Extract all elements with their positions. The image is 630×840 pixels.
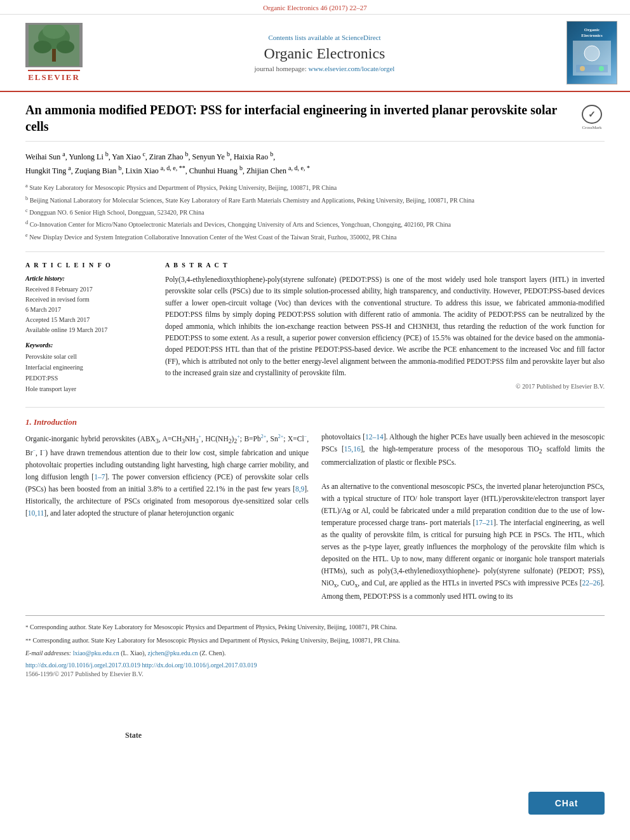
intro-heading: 1. Introduction bbox=[25, 417, 309, 427]
affiliation-e: e New Display Device and System Integrat… bbox=[25, 232, 605, 242]
abstract-column: A B S T R A C T Poly(3,4-ethylenedioxyth… bbox=[165, 262, 605, 394]
email-addresses: E-mail addresses: lxiao@pku.edu.cn (L. X… bbox=[25, 650, 605, 657]
intro-right-text: photovoltaics [12–14]. Although the high… bbox=[321, 431, 605, 603]
svg-point-10 bbox=[599, 66, 604, 71]
svg-point-7 bbox=[584, 46, 600, 61]
author-zuqiang: Zuqiang Bian b bbox=[75, 166, 122, 175]
affiliation-c: c Dongguan NO. 6 Senior High School, Don… bbox=[25, 207, 605, 217]
keyword-3: PEDOT:PSS bbox=[25, 373, 152, 383]
author-haixia: Haixia Rao b bbox=[234, 152, 273, 161]
affiliation-a: a State Key Laboratory for Mesoscopic Ph… bbox=[25, 182, 605, 192]
keywords-list: Perovskite solar cell Interfacial engine… bbox=[25, 351, 152, 394]
issn-line: 1566-1199/© 2017 Published by Elsevier B… bbox=[25, 670, 605, 677]
affiliation-b: b Beijing National Laboratory for Molecu… bbox=[25, 195, 605, 205]
copyright-line: © 2017 Published by Elsevier B.V. bbox=[165, 383, 605, 390]
keyword-2: Interfacial engineering bbox=[25, 362, 152, 373]
keyword-1: Perovskite solar cell bbox=[25, 351, 152, 362]
article-title: An ammonia modified PEDOT: PSS for inter… bbox=[25, 102, 570, 135]
affiliation-d: d Co-Innovation Center for Micro/Nano Op… bbox=[25, 219, 605, 229]
elsevier-tree-icon bbox=[25, 23, 83, 67]
info-abstract-section: A R T I C L E I N F O Article history: R… bbox=[25, 251, 605, 394]
article-info-column: A R T I C L E I N F O Article history: R… bbox=[25, 262, 152, 394]
footnote-2: ** Corresponding author. State Key Labor… bbox=[25, 636, 605, 646]
authors-section: Weihai Sun a, Yunlong Li b, Yan Xiao c, … bbox=[25, 149, 605, 177]
journal-ref-text: Organic Electronics 46 (2017) 22–27 bbox=[263, 4, 367, 11]
intro-left-text: Organic-inorganic hybrid perovskites (AB… bbox=[25, 432, 309, 519]
author-senyun: Senyun Ye b bbox=[192, 152, 230, 161]
svg-rect-4 bbox=[52, 49, 56, 62]
affiliations-section: a State Key Laboratory for Mesoscopic Ph… bbox=[25, 182, 605, 242]
sciencedirect-link[interactable]: Contents lists available at ScienceDirec… bbox=[95, 34, 554, 41]
intro-two-col: 1. Introduction Organic-inorganic hybrid… bbox=[25, 417, 605, 603]
email-link-2[interactable]: zjchen@pku.edu.cn bbox=[147, 650, 198, 657]
footnotes-section: * Corresponding author. State Key Labora… bbox=[25, 615, 605, 657]
cover-image-placeholder bbox=[573, 41, 611, 76]
elsevier-logo-area: ELSEVIER bbox=[13, 23, 95, 83]
state-badge: State bbox=[125, 731, 142, 740]
email-link-1[interactable]: lxiao@pku.edu.cn bbox=[73, 650, 119, 657]
journal-header-center: Contents lists available at ScienceDirec… bbox=[95, 34, 554, 72]
author-chunhui: Chunhui Huang b bbox=[189, 166, 243, 175]
intro-left-column: 1. Introduction Organic-inorganic hybrid… bbox=[25, 417, 309, 603]
journal-cover-image: OrganicElectronics bbox=[566, 21, 617, 84]
elsevier-label: ELSEVIER bbox=[28, 70, 80, 83]
journal-header: ELSEVIER Contents lists available at Sci… bbox=[0, 15, 630, 92]
main-content: An ammonia modified PEDOT: PSS for inter… bbox=[0, 92, 630, 690]
author-yan: Yan Xiao c bbox=[112, 152, 145, 161]
journal-cover-area: OrganicElectronics bbox=[554, 21, 617, 84]
article-info-heading: A R T I C L E I N F O bbox=[25, 262, 152, 269]
intro-right-column: photovoltaics [12–14]. Although the high… bbox=[321, 417, 605, 603]
article-dates: Received 8 February 2017 Received in rev… bbox=[25, 284, 152, 335]
introduction-section: 1. Introduction Organic-inorganic hybrid… bbox=[25, 407, 605, 677]
author-ziran: Ziran Zhao b bbox=[149, 152, 189, 161]
keyword-4: Hole transport layer bbox=[25, 383, 152, 394]
chat-button[interactable]: CHat bbox=[528, 792, 605, 815]
journal-reference: Organic Electronics 46 (2017) 22–27 bbox=[0, 0, 630, 15]
doi-link[interactable]: http://dx.doi.org/10.1016/j.orgel.2017.0… bbox=[25, 662, 605, 669]
journal-homepage: journal homepage: www.elsevier.com/locat… bbox=[95, 65, 554, 72]
svg-point-3 bbox=[57, 41, 74, 53]
abstract-heading: A B S T R A C T bbox=[165, 262, 605, 269]
journal-title: Organic Electronics bbox=[95, 45, 554, 62]
crossmark-badge[interactable]: ✓ CrossMark bbox=[579, 105, 605, 130]
abstract-text: Poly(3,4-ethylenedioxythiophene)-poly(st… bbox=[165, 274, 605, 379]
elsevier-logo: ELSEVIER bbox=[13, 23, 95, 83]
svg-point-9 bbox=[580, 66, 585, 71]
article-title-section: An ammonia modified PEDOT: PSS for inter… bbox=[25, 102, 605, 142]
footnote-1: * Corresponding author. State Key Labora… bbox=[25, 622, 605, 632]
author-zhijian: Zhijian Chen a, d, e, * bbox=[246, 166, 310, 175]
keywords-label: Keywords: bbox=[25, 342, 152, 349]
author-hungkit: Hungkit Ting a bbox=[25, 166, 71, 175]
homepage-link[interactable]: www.elsevier.com/locate/orgel bbox=[308, 65, 394, 72]
history-label: Article history: bbox=[25, 275, 152, 282]
sciencedirect-anchor[interactable]: ScienceDirect bbox=[342, 34, 381, 41]
author-weihai: Weihai Sun a bbox=[25, 152, 65, 161]
svg-point-2 bbox=[34, 41, 51, 53]
author-yunlong: Yunlong Li b bbox=[69, 152, 108, 161]
author-lixin: Lixin Xiao a, d, e, ** bbox=[125, 166, 185, 175]
